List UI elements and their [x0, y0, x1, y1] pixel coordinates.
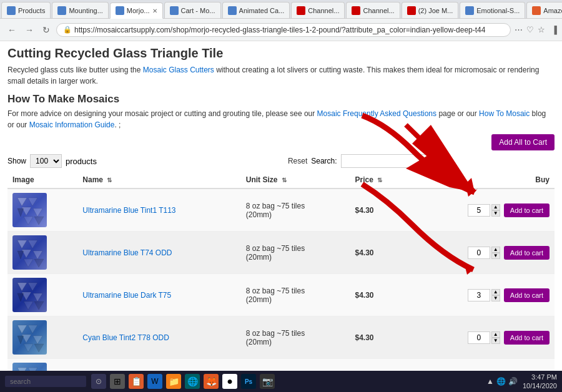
tab-products[interactable]: Products — [1, 2, 51, 18]
qty-down-button[interactable]: ▼ — [491, 338, 500, 344]
qty-down-button[interactable]: ▼ — [491, 295, 500, 301]
qty-up-button[interactable]: ▲ — [491, 289, 500, 295]
page-title: Cutting Recycled Glass Triangle Tile — [7, 46, 555, 61]
taskbar-folder-icon[interactable]: 📁 — [166, 374, 181, 389]
add-to-cart-button[interactable]: Add to cart — [504, 246, 550, 260]
heart-icon[interactable]: ♡ — [526, 25, 534, 34]
taskbar-search-input[interactable] — [5, 376, 86, 387]
unit-size-cell: 8 oz bag ~75 tiles (20mm) — [241, 316, 350, 359]
url-bar[interactable]: 🔒 https://mosaiccartsupply.com/shop/morj… — [56, 23, 511, 37]
taskbar-chrome-icon[interactable]: ● — [222, 374, 237, 389]
url-text: https://mosaiccartsupply.com/shop/morjo-… — [74, 26, 485, 34]
tab-mounting[interactable]: Mounting... — [52, 2, 108, 18]
products-label: products — [66, 157, 97, 166]
taskbar-multidesktop-icon[interactable]: ⊞ — [110, 374, 125, 389]
col-image: Image — [7, 172, 77, 189]
qty-up-button[interactable]: ▲ — [491, 247, 500, 253]
show-label: Show — [7, 157, 26, 165]
product-image[interactable] — [12, 235, 47, 270]
tab-label: Channel... — [308, 7, 339, 14]
bookmark-icon[interactable]: ⋯ — [515, 25, 523, 34]
svg-marker-3 — [17, 208, 24, 217]
add-all-row: Add All to Cart — [7, 134, 555, 150]
tab-favicon — [116, 6, 124, 15]
tab-channel2[interactable]: Channel... — [346, 2, 400, 18]
search-label: Search: — [311, 157, 337, 165]
col-unit-size[interactable]: Unit Size ⇅ — [241, 172, 350, 189]
col-price[interactable]: Price ⇅ — [350, 172, 409, 189]
table-row: Ultramarine Blue T74 ODD8 oz bag ~75 til… — [7, 232, 555, 274]
tab-close-icon[interactable]: ✕ — [152, 7, 157, 14]
mosaic-glass-cutters-link[interactable]: Mosaic Glass Cutters — [143, 66, 214, 74]
buy-cell: ▲▼Add to cart — [409, 232, 555, 274]
show-select[interactable]: 100 50 25 — [30, 154, 62, 168]
back-button[interactable]: ← — [5, 24, 19, 36]
faq-link[interactable]: Mosaic Frequently Asked Questions — [317, 109, 436, 118]
star-icon[interactable]: ☆ — [538, 25, 545, 34]
taskbar-firefox-icon[interactable]: 🦊 — [204, 374, 219, 389]
security-icon: 🔒 — [63, 26, 72, 34]
product-name-link[interactable]: Ultramarine Blue T74 ODD — [82, 248, 172, 257]
product-image[interactable] — [12, 320, 47, 355]
quantity-input[interactable] — [468, 204, 490, 217]
product-image[interactable] — [12, 278, 47, 312]
tab-cart[interactable]: Cart - Mo... — [164, 2, 221, 18]
svg-marker-26 — [24, 344, 33, 352]
quantity-input[interactable] — [468, 331, 490, 344]
qty-up-button[interactable]: ▲ — [491, 204, 500, 210]
product-name-link[interactable]: Cyan Blue Tint2 T78 ODD — [82, 333, 169, 342]
qty-down-button[interactable]: ▼ — [491, 210, 500, 217]
tab-animated[interactable]: Animated Ca... — [222, 2, 290, 18]
add-all-to-cart-button[interactable]: Add All to Cart — [491, 134, 555, 150]
taskbar-camera-icon[interactable]: 📷 — [260, 374, 275, 389]
product-image[interactable] — [12, 193, 47, 227]
table-row: Ultramarine Blue Dark T758 oz bag ~75 ti… — [7, 274, 555, 316]
qty-up-button[interactable]: ▲ — [491, 331, 500, 338]
tab-channel1[interactable]: Channel... — [291, 2, 345, 18]
info-guide-link[interactable]: Mosaic Information Guide — [29, 120, 115, 129]
product-image-cell — [7, 232, 77, 274]
sidebar-toggle[interactable]: ▐ — [551, 26, 557, 34]
product-name-link[interactable]: Ultramarine Blue Dark T75 — [82, 291, 171, 300]
svg-marker-19 — [24, 301, 33, 310]
svg-marker-18 — [33, 293, 42, 301]
volume-icon: 🔊 — [508, 377, 518, 386]
tab-amazon[interactable]: AmazonG... — [526, 2, 562, 18]
qty-control: ▲▼ — [468, 204, 500, 217]
add-to-cart-button[interactable]: Add to cart — [504, 288, 550, 302]
unit-size-cell: 8 oz bag ~75 tiles (20mm) — [241, 189, 350, 232]
add-to-cart-button[interactable]: Add to cart — [504, 331, 550, 345]
tab-emotional[interactable]: Emotional-S... — [460, 2, 525, 18]
tab-morjo[interactable]: Morjo... ✕ — [110, 2, 163, 19]
taskbar-icon-3[interactable]: 🌐 — [185, 374, 200, 389]
page-content: Cutting Recycled Glass Triangle Tile Rec… — [0, 41, 562, 392]
product-image-cell — [7, 316, 77, 359]
tab-favicon — [352, 6, 360, 15]
product-image-cell — [7, 189, 77, 232]
svg-marker-8 — [28, 240, 37, 248]
taskbar-icons: ⊙ ⊞ 📋 W 📁 🌐 🦊 ● Ps 📷 — [91, 374, 275, 389]
product-image-cell — [7, 274, 77, 316]
system-tray: ▲ 🌐 🔊 — [486, 377, 518, 386]
reset-button[interactable]: Reset — [288, 157, 307, 165]
quantity-input[interactable] — [468, 247, 490, 259]
taskbar-photoshop-icon[interactable]: Ps — [241, 374, 256, 389]
product-name-link[interactable]: Ultramarine Blue Tint1 T113 — [82, 206, 175, 215]
add-to-cart-button[interactable]: Add to cart — [504, 203, 550, 217]
tab-label: AmazonG... — [543, 7, 562, 14]
taskbar-icon-1[interactable]: 📋 — [129, 374, 144, 389]
forward-button[interactable]: → — [22, 24, 36, 36]
tab-favicon — [170, 6, 179, 15]
sort-price-icon: ⇅ — [377, 177, 382, 184]
how-to-mosaic-link[interactable]: How To Mosaic — [479, 109, 530, 118]
reload-button[interactable]: ↻ — [40, 24, 52, 36]
taskbar-search-icon[interactable]: ⊙ — [91, 374, 106, 389]
svg-marker-25 — [33, 336, 42, 344]
search-input[interactable] — [341, 154, 435, 168]
quantity-input[interactable] — [468, 289, 490, 301]
col-name[interactable]: Name ⇅ — [77, 172, 240, 189]
product-name-cell: Cyan Blue Tint2 T78 ODD — [77, 316, 240, 359]
taskbar-icon-2[interactable]: W — [147, 374, 162, 389]
qty-down-button[interactable]: ▼ — [491, 253, 500, 259]
tab-joe[interactable]: (2) Joe M... — [402, 2, 459, 18]
